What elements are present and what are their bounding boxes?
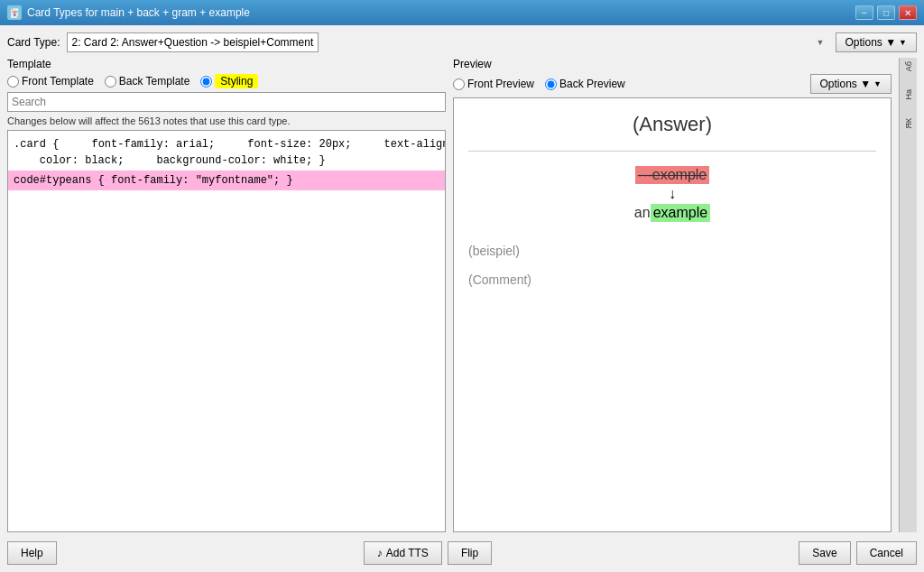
back-template-radio[interactable] xyxy=(105,76,116,88)
flip-button[interactable]: Flip xyxy=(448,541,492,565)
bottom-right-buttons: Save Cancel xyxy=(799,541,917,565)
code-line-1: .card { xyxy=(14,138,59,151)
code-line-highlight: code#typeans { font-family: "myfontname"… xyxy=(8,171,445,190)
code-line-3: font-size: 20px; xyxy=(221,138,351,151)
code-line-7: } xyxy=(319,154,325,167)
card-type-label: Card Type: xyxy=(7,36,60,49)
bottom-left-buttons: Help xyxy=(7,541,57,565)
template-panel: Template Front Template Back Template St… xyxy=(7,58,446,532)
search-input[interactable] xyxy=(7,92,446,112)
styling-radio[interactable] xyxy=(200,76,212,88)
preview-area: (Answer) ---exomple ↓ an example (beispi… xyxy=(453,97,892,532)
preview-word-old: ---exomple xyxy=(635,166,709,184)
code-line-5: color: black; xyxy=(14,154,124,167)
code-line-6: background-color: white; xyxy=(131,154,313,167)
strip-label-1: Aб xyxy=(904,61,913,71)
back-template-radio-label[interactable]: Back Template xyxy=(105,75,190,88)
front-template-radio-label[interactable]: Front Template xyxy=(7,75,94,88)
preview-arrow: ↓ xyxy=(669,186,676,202)
front-template-radio[interactable] xyxy=(7,76,19,88)
close-button[interactable]: ✕ xyxy=(899,5,917,20)
preview-radio-group: Front Preview Back Preview xyxy=(453,78,625,90)
title-bar: 🃏 Card Types for main + back + gram + ex… xyxy=(0,0,924,25)
add-tts-button[interactable]: ♪ Add TTS xyxy=(364,541,442,565)
strip-label-2: Ha xyxy=(904,89,913,100)
preview-comment: (Comment) xyxy=(468,272,531,287)
code-line-2: font-family: arial; xyxy=(66,138,216,151)
back-preview-radio[interactable] xyxy=(545,78,557,90)
add-tts-icon: ♪ xyxy=(377,547,383,559)
card-type-row: Card Type: 2: Card 2: Answer+Question ->… xyxy=(7,32,917,52)
preview-beispiel: (beispiel) xyxy=(468,244,520,258)
bottom-bar: Help ♪ Add TTS Flip Save Cancel xyxy=(7,538,917,565)
preview-options-button[interactable]: Options ▼ xyxy=(810,74,892,94)
styling-radio-label[interactable]: Styling xyxy=(200,74,258,88)
save-button[interactable]: Save xyxy=(799,541,850,565)
preview-word-highlight: example xyxy=(651,204,710,222)
template-radio-group: Front Template Back Template Styling xyxy=(7,74,446,88)
strip-label-3: ЯК xyxy=(904,118,913,129)
preview-word-container: ---exomple ↓ an example xyxy=(634,166,710,222)
maximize-button[interactable]: □ xyxy=(877,5,895,20)
code-line-4: text-align: center; xyxy=(358,138,446,151)
template-panel-title: Template xyxy=(7,58,446,70)
preview-header: Preview xyxy=(453,58,892,70)
card-type-select[interactable]: 2: Card 2: Answer+Question -> beispiel+C… xyxy=(67,32,319,52)
card-type-select-wrapper: 2: Card 2: Answer+Question -> beispiel+C… xyxy=(67,32,827,52)
minimize-button[interactable]: − xyxy=(855,5,873,20)
window-body: Card Type: 2: Card 2: Answer+Question ->… xyxy=(0,25,924,572)
preview-panel: Preview Front Preview Back Preview Optio… xyxy=(453,58,892,532)
window-controls: − □ ✕ xyxy=(855,5,917,20)
code-editor[interactable]: .card { font-family: arial; font-size: 2… xyxy=(7,130,446,532)
preview-panel-title: Preview xyxy=(453,58,492,70)
title-bar-text: Card Types for main + back + gram + exam… xyxy=(27,6,850,19)
main-content: Template Front Template Back Template St… xyxy=(7,58,917,532)
cancel-button[interactable]: Cancel xyxy=(856,541,917,565)
card-type-options-button[interactable]: Options ▼ xyxy=(836,32,918,52)
front-preview-radio-label[interactable]: Front Preview xyxy=(453,78,534,90)
notice-text: Changes below will affect the 5613 notes… xyxy=(7,115,446,126)
preview-answer: (Answer) xyxy=(633,113,712,136)
right-strip: Aб Ha ЯК xyxy=(899,58,917,532)
back-preview-radio-label[interactable]: Back Preview xyxy=(545,78,625,90)
help-button[interactable]: Help xyxy=(7,541,57,565)
preview-word-new: an example xyxy=(634,204,710,222)
preview-divider xyxy=(468,151,876,152)
preview-word-prefix: an xyxy=(634,205,651,221)
front-preview-radio[interactable] xyxy=(453,78,465,90)
window-icon: 🃏 xyxy=(7,5,22,20)
